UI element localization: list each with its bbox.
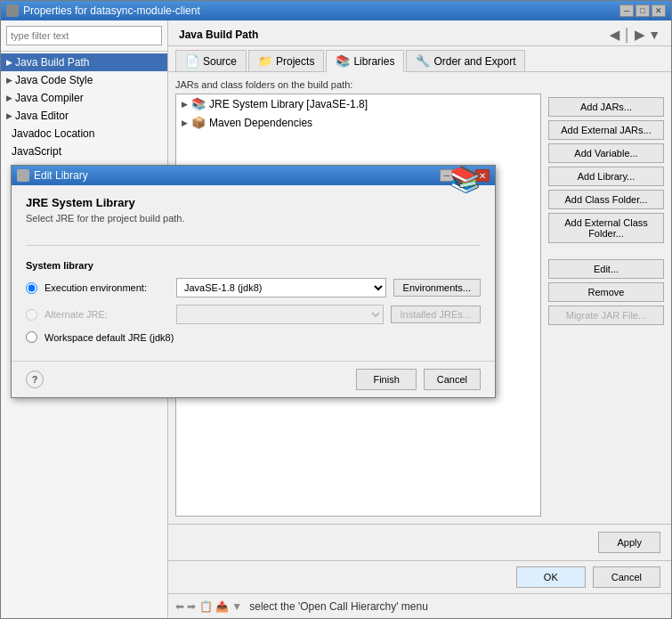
execution-env-label: Execution environment: xyxy=(45,282,169,293)
execution-env-dropdown[interactable]: JavaSE-1.8 (jdk8) xyxy=(176,278,386,297)
dialog-icon xyxy=(17,169,29,182)
dialog-body: JRE System Library Select JRE for the pr… xyxy=(12,185,495,361)
workspace-jre-label: Workspace default JRE (jdk8) xyxy=(45,332,174,343)
dialog-heading: JRE System Library xyxy=(26,196,185,209)
dialog-footer: ? Finish Cancel xyxy=(12,361,495,397)
execution-env-radio[interactable] xyxy=(26,282,37,294)
dialog-title: Edit Library xyxy=(34,169,440,182)
workspace-jre-row: Workspace default JRE (jdk8) xyxy=(26,331,481,343)
installed-jres-button[interactable]: Installed JREs... xyxy=(391,305,481,323)
edit-library-dialog: Edit Library ─ □ ✕ JRE System Library Se… xyxy=(11,165,496,398)
help-button[interactable]: ? xyxy=(26,371,44,388)
dialog-overlay: Edit Library ─ □ ✕ JRE System Library Se… xyxy=(0,0,672,619)
alternate-jre-radio[interactable] xyxy=(26,309,37,321)
alternate-jre-dropdown[interactable] xyxy=(176,305,384,324)
alternate-jre-label: Alternate JRE: xyxy=(45,309,169,320)
alternate-jre-row: Alternate JRE: Installed JREs... xyxy=(26,305,481,324)
finish-button[interactable]: Finish xyxy=(356,369,416,390)
workspace-jre-radio[interactable] xyxy=(26,331,37,343)
section-label: System library xyxy=(26,260,481,271)
dialog-subtext: Select JRE for the project build path. xyxy=(26,213,185,224)
dialog-title-bar: Edit Library ─ □ ✕ xyxy=(12,166,495,185)
environments-button[interactable]: Environments... xyxy=(393,279,481,297)
dialog-footer-left: ? xyxy=(26,371,349,388)
execution-env-row: Execution environment: JavaSE-1.8 (jdk8)… xyxy=(26,278,481,297)
books-icon-area: 📚 xyxy=(449,165,481,194)
books-icon: 📚 xyxy=(449,166,481,193)
dialog-cancel-button[interactable]: Cancel xyxy=(424,369,481,390)
